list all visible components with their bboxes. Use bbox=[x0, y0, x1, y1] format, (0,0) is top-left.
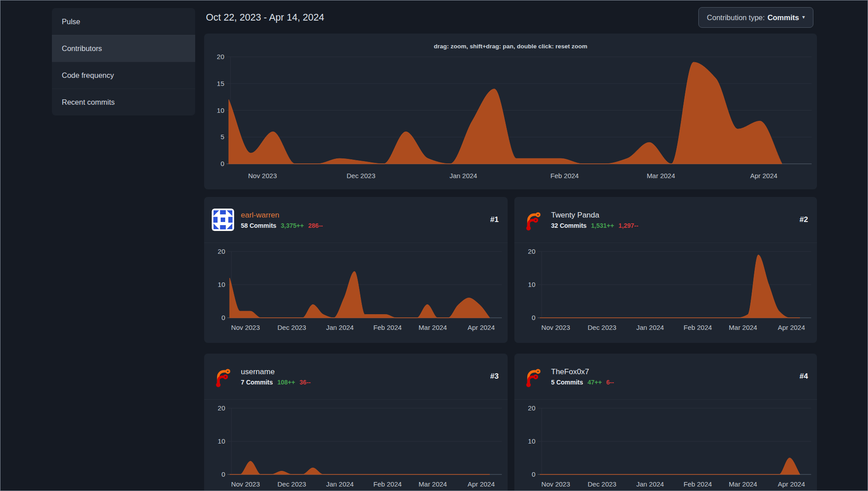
svg-text:Mar 2024: Mar 2024 bbox=[729, 324, 757, 331]
contributor-card: Twenty Panda 32 Commits 1,531++ 1,297-- … bbox=[514, 197, 817, 343]
contributor-card-header: Twenty Panda 32 Commits 1,531++ 1,297-- … bbox=[514, 197, 817, 243]
svg-text:5: 5 bbox=[221, 133, 224, 141]
contributor-name-link[interactable]: TheFox0x7 bbox=[551, 367, 614, 376]
sidebar-item-recent-commits[interactable]: Recent commits bbox=[52, 89, 195, 115]
contributor-stats: 32 Commits 1,531++ 1,297-- bbox=[551, 222, 638, 229]
contributor-name-link[interactable]: Twenty Panda bbox=[551, 211, 638, 220]
contributor-name-link[interactable]: earl-warren bbox=[241, 211, 323, 220]
svg-text:Jan 2024: Jan 2024 bbox=[326, 480, 354, 488]
svg-text:0: 0 bbox=[532, 314, 535, 321]
contributor-commit-count: 5 Commits bbox=[551, 379, 583, 386]
forgejo-logo-avatar-image bbox=[522, 209, 544, 231]
svg-text:10: 10 bbox=[528, 281, 535, 288]
contributor-deletions: 6-- bbox=[606, 379, 614, 386]
svg-text:10: 10 bbox=[217, 107, 224, 114]
contributor-activity-chart[interactable]: 01020Nov 2023Dec 2023Jan 2024Feb 2024Mar… bbox=[514, 244, 817, 343]
svg-text:0: 0 bbox=[222, 314, 225, 321]
svg-text:Dec 2023: Dec 2023 bbox=[588, 324, 616, 331]
svg-text:Apr 2024: Apr 2024 bbox=[778, 480, 805, 488]
contributor-card-header: username 7 Commits 108++ 36-- #3 bbox=[204, 354, 508, 400]
svg-text:20: 20 bbox=[218, 404, 225, 412]
svg-text:20: 20 bbox=[217, 53, 224, 60]
contributor-rank-badge: #2 bbox=[800, 215, 808, 224]
contributor-avatar[interactable] bbox=[212, 209, 234, 231]
contributor-commit-count: 32 Commits bbox=[551, 222, 586, 229]
contributor-activity-chart[interactable]: 01020Nov 2023Dec 2023Jan 2024Feb 2024Mar… bbox=[204, 401, 508, 491]
contribution-type-dropdown[interactable]: Contribution type: Commits ▾ bbox=[698, 7, 813, 28]
contribution-type-label: Contribution type: bbox=[707, 13, 765, 22]
contributor-rank-badge: #1 bbox=[490, 215, 499, 224]
contributor-avatar[interactable] bbox=[522, 209, 544, 231]
svg-text:0: 0 bbox=[222, 470, 225, 478]
svg-text:0: 0 bbox=[221, 160, 224, 167]
svg-text:Jan 2024: Jan 2024 bbox=[326, 324, 354, 331]
sidebar-item-contributors[interactable]: Contributors bbox=[52, 35, 195, 62]
contributor-card-header: TheFox0x7 5 Commits 47++ 6-- #4 bbox=[514, 354, 817, 400]
chart-zoom-hint: drag: zoom, shift+drag: pan, double clic… bbox=[204, 43, 817, 50]
contributor-deletions: 36-- bbox=[299, 379, 311, 386]
contributor-card: username 7 Commits 108++ 36-- #3 01020No… bbox=[204, 354, 508, 491]
svg-text:Jan 2024: Jan 2024 bbox=[636, 480, 664, 488]
contributor-avatar[interactable] bbox=[212, 365, 234, 388]
svg-text:10: 10 bbox=[218, 437, 225, 445]
contributor-avatar[interactable] bbox=[522, 365, 544, 388]
svg-text:Nov 2023: Nov 2023 bbox=[541, 480, 570, 488]
svg-text:Mar 2024: Mar 2024 bbox=[647, 172, 675, 179]
svg-text:Nov 2023: Nov 2023 bbox=[248, 172, 277, 179]
sidebar-item-pulse[interactable]: Pulse bbox=[52, 8, 195, 35]
contributor-commit-count: 7 Commits bbox=[241, 379, 273, 386]
svg-text:20: 20 bbox=[528, 248, 535, 255]
contributor-rank-badge: #4 bbox=[800, 372, 808, 381]
svg-text:20: 20 bbox=[218, 248, 225, 255]
identicon-avatar-image bbox=[212, 209, 234, 231]
svg-text:Jan 2024: Jan 2024 bbox=[449, 172, 477, 179]
svg-text:Mar 2024: Mar 2024 bbox=[729, 480, 757, 488]
date-range-heading: Oct 22, 2023 - Apr 14, 2024 bbox=[206, 12, 324, 23]
contributor-rank-badge: #3 bbox=[490, 372, 499, 381]
contributor-identity: username 7 Commits 108++ 36-- bbox=[241, 367, 311, 386]
overall-contributions-panel: drag: zoom, shift+drag: pan, double clic… bbox=[204, 34, 817, 189]
contributor-card: earl-warren 58 Commits 3,375++ 286-- #1 … bbox=[204, 197, 508, 343]
contributor-additions: 108++ bbox=[277, 379, 295, 386]
contributor-additions: 1,531++ bbox=[591, 222, 614, 229]
svg-text:Apr 2024: Apr 2024 bbox=[467, 324, 495, 331]
svg-text:0: 0 bbox=[532, 470, 535, 478]
contributor-activity-chart[interactable]: 01020Nov 2023Dec 2023Jan 2024Feb 2024Mar… bbox=[514, 401, 817, 491]
svg-text:15: 15 bbox=[217, 80, 224, 87]
contribution-type-value: Commits bbox=[767, 13, 799, 22]
svg-text:Mar 2024: Mar 2024 bbox=[419, 324, 447, 331]
svg-text:Feb 2024: Feb 2024 bbox=[684, 480, 712, 488]
contributor-additions: 47++ bbox=[587, 379, 602, 386]
sidebar-item-code-frequency[interactable]: Code frequency bbox=[52, 62, 195, 89]
svg-text:Dec 2023: Dec 2023 bbox=[588, 480, 616, 488]
svg-text:Jan 2024: Jan 2024 bbox=[636, 324, 664, 331]
svg-text:Apr 2024: Apr 2024 bbox=[778, 324, 805, 331]
svg-text:Apr 2024: Apr 2024 bbox=[750, 172, 778, 179]
contributor-identity: Twenty Panda 32 Commits 1,531++ 1,297-- bbox=[551, 211, 638, 229]
contributor-stats: 7 Commits 108++ 36-- bbox=[241, 379, 311, 386]
svg-text:20: 20 bbox=[528, 404, 535, 412]
contributor-stats: 5 Commits 47++ 6-- bbox=[551, 379, 614, 386]
svg-text:Nov 2023: Nov 2023 bbox=[231, 324, 260, 331]
forgejo-logo-avatar-image bbox=[522, 365, 544, 388]
contributor-name-link[interactable]: username bbox=[241, 367, 311, 376]
overall-contributions-chart[interactable]: 05101520Nov 2023Dec 2023Jan 2024Feb 2024… bbox=[204, 51, 817, 186]
svg-text:Dec 2023: Dec 2023 bbox=[278, 480, 306, 488]
repo-activity-page: PulseContributorsCode frequencyRecent co… bbox=[0, 0, 868, 491]
repo-activity-sidebar: PulseContributorsCode frequencyRecent co… bbox=[52, 8, 195, 115]
contributor-commit-count: 58 Commits bbox=[241, 222, 276, 229]
contributor-activity-chart[interactable]: 01020Nov 2023Dec 2023Jan 2024Feb 2024Mar… bbox=[204, 244, 508, 343]
svg-text:Apr 2024: Apr 2024 bbox=[467, 480, 495, 488]
svg-text:Feb 2024: Feb 2024 bbox=[684, 324, 712, 331]
svg-text:Nov 2023: Nov 2023 bbox=[231, 480, 260, 488]
svg-text:Feb 2024: Feb 2024 bbox=[551, 172, 579, 179]
contributor-stats: 58 Commits 3,375++ 286-- bbox=[241, 222, 323, 229]
contributor-additions: 3,375++ bbox=[281, 222, 304, 229]
svg-text:10: 10 bbox=[528, 437, 535, 445]
contributor-identity: TheFox0x7 5 Commits 47++ 6-- bbox=[551, 367, 614, 386]
svg-text:Feb 2024: Feb 2024 bbox=[373, 480, 402, 488]
contributor-card: TheFox0x7 5 Commits 47++ 6-- #4 01020Nov… bbox=[514, 354, 817, 491]
contributor-card-header: earl-warren 58 Commits 3,375++ 286-- #1 bbox=[204, 197, 508, 243]
forgejo-logo-avatar-image bbox=[212, 365, 234, 388]
contributor-deletions: 286-- bbox=[308, 222, 323, 229]
